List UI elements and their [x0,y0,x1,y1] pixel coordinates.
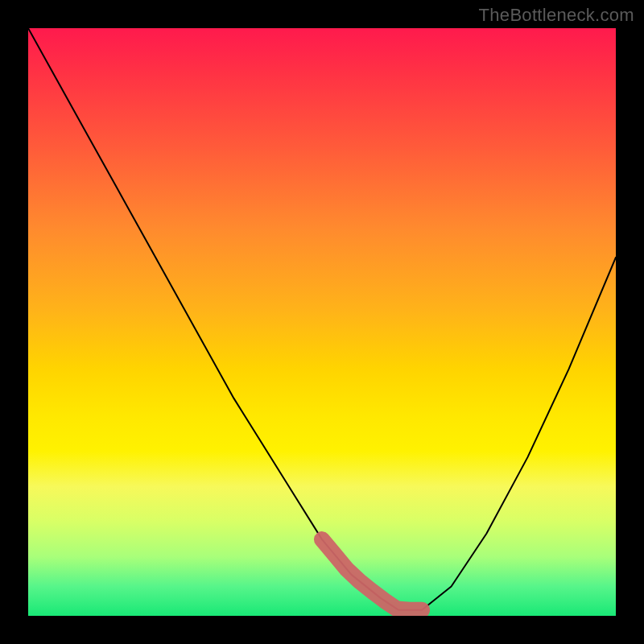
bottleneck-curve-path [28,28,616,610]
plot-area [28,28,616,616]
chart-stage: TheBottleneck.com [0,0,644,644]
highlight-band-path [322,539,422,610]
curve-layer [28,28,616,616]
watermark-text: TheBottleneck.com [479,5,634,26]
